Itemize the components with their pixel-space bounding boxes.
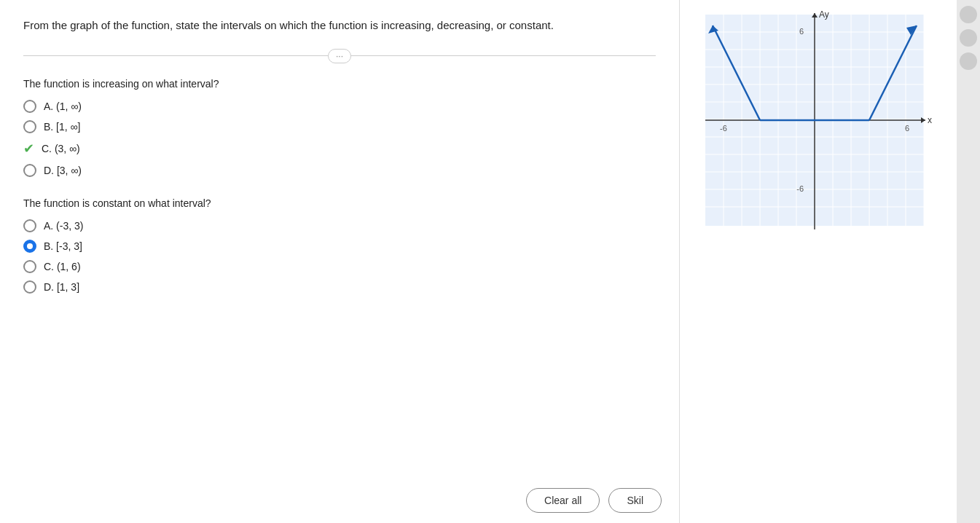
radio-D[interactable] (23, 164, 36, 177)
radio-const-C[interactable] (23, 260, 36, 273)
increasing-option-D[interactable]: D. [3, ∞) (23, 164, 656, 177)
radio-B[interactable] (23, 120, 36, 133)
sub-question-1: The function is increasing on what inter… (23, 78, 656, 90)
svg-text:6: 6 (905, 124, 909, 133)
svg-text:6: 6 (799, 27, 804, 36)
question-title: From the graph of the function, state th… (23, 17, 656, 34)
option-label-C: C. (3, ∞) (42, 143, 80, 154)
increasing-option-A[interactable]: A. (1, ∞) (23, 100, 656, 113)
option-label-const-D: D. [1, 3] (44, 281, 79, 293)
bottom-bar: Clear all Skil (0, 478, 679, 523)
constant-options-group: A. (-3, 3) B. [-3, 3] C. (1, 6) D. [1, 3… (23, 219, 656, 294)
radio-const-D[interactable] (23, 280, 36, 294)
radio-const-A[interactable] (23, 219, 36, 232)
option-label-const-C: C. (1, 6) (44, 261, 81, 272)
side-btn-3[interactable] (960, 52, 977, 70)
radio-inner-const-B (27, 243, 33, 249)
increasing-option-B[interactable]: B. [1, ∞] (23, 120, 656, 133)
svg-text:-6: -6 (796, 184, 804, 193)
side-btn-2[interactable] (960, 29, 977, 47)
constant-option-B[interactable]: B. [-3, 3] (23, 240, 656, 253)
main-content: From the graph of the function, state th… (0, 0, 679, 523)
svg-text:-6: -6 (720, 124, 727, 133)
divider: ··· (23, 49, 656, 63)
divider-dots[interactable]: ··· (328, 49, 351, 63)
constant-option-C[interactable]: C. (1, 6) (23, 260, 656, 273)
x-axis-label: x (928, 115, 932, 125)
skill-button[interactable]: Skil (608, 488, 662, 513)
option-label-D: D. [3, ∞) (44, 165, 82, 176)
clear-all-button[interactable]: Clear all (526, 488, 600, 513)
option-label-const-B: B. [-3, 3] (44, 240, 82, 252)
side-btn-1[interactable] (960, 6, 977, 23)
divider-line-left (23, 55, 328, 56)
graph-panel: x Ay 6 -6 6 -6 (680, 0, 957, 523)
option-label-A: A. (1, ∞) (44, 101, 82, 112)
option-label-const-A: A. (-3, 3) (44, 220, 83, 232)
graph-container: x Ay 6 -6 6 -6 (691, 7, 938, 240)
check-icon-C: ✔ (23, 141, 34, 157)
increasing-options-group: A. (1, ∞) B. [1, ∞] ✔ C. (3, ∞) D. [3, ∞… (23, 100, 656, 177)
constant-option-D[interactable]: D. [1, 3] (23, 280, 656, 294)
y-axis-label: Ay (819, 9, 829, 20)
side-panel-right (957, 0, 980, 523)
divider-line-right (351, 55, 656, 56)
radio-const-B[interactable] (23, 240, 36, 253)
radio-A[interactable] (23, 100, 36, 113)
constant-option-A[interactable]: A. (-3, 3) (23, 219, 656, 232)
graph-svg: x Ay 6 -6 6 -6 (691, 7, 938, 240)
increasing-option-C[interactable]: ✔ C. (3, ∞) (23, 141, 656, 157)
option-label-B: B. [1, ∞] (44, 121, 80, 133)
sub-question-2: The function is constant on what interva… (23, 197, 656, 209)
